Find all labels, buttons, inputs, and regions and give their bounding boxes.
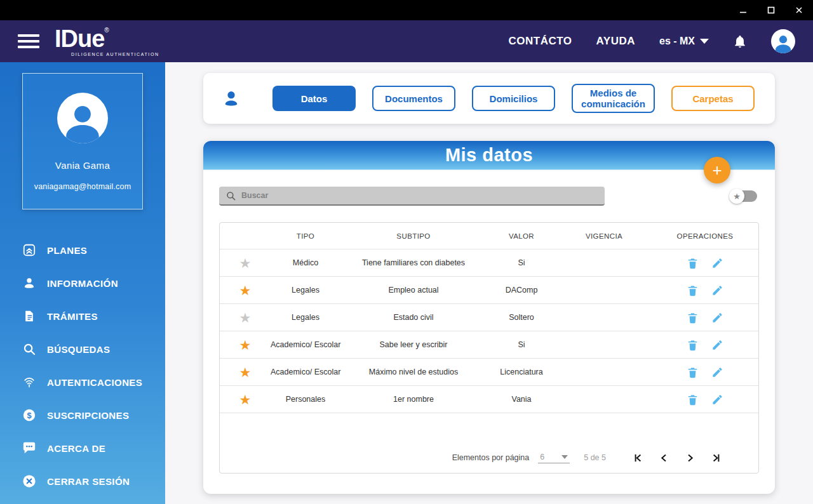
sidebar-menu: PLANES INFORMACIÓN TRÁMITES BÚSQUEDAS bbox=[0, 234, 165, 465]
favorite-star-icon[interactable] bbox=[239, 365, 252, 380]
profile-avatar bbox=[57, 93, 108, 143]
edit-icon[interactable] bbox=[711, 284, 723, 296]
favorites-filter-toggle[interactable]: ★ bbox=[732, 190, 757, 202]
delete-icon[interactable] bbox=[687, 366, 699, 378]
person-icon bbox=[22, 276, 37, 290]
tab-documentos[interactable]: Documentos bbox=[372, 86, 455, 111]
page-size-select[interactable]: 6 bbox=[538, 453, 570, 463]
cell-tipo: Personales bbox=[271, 395, 340, 404]
col-operaciones: OPERACIONES bbox=[652, 232, 758, 240]
dollar-icon: $ bbox=[22, 408, 37, 422]
table-header-row: TIPO SUBTIPO VALOR VIGENCIA OPERACIONES bbox=[220, 223, 758, 249]
add-button[interactable]: + bbox=[704, 157, 730, 183]
next-page-button[interactable] bbox=[685, 453, 695, 463]
cell-subtipo: Empleo actual bbox=[340, 286, 487, 295]
tab-datos[interactable]: Datos bbox=[272, 86, 356, 111]
cell-valor: Si bbox=[487, 340, 556, 349]
maximize-button[interactable] bbox=[757, 0, 785, 20]
sidebar-item-autenticaciones[interactable]: AUTENTICACIONES bbox=[0, 366, 165, 399]
cell-valor: Si bbox=[487, 258, 556, 267]
logout-icon bbox=[22, 474, 37, 488]
data-table: TIPO SUBTIPO VALOR VIGENCIA OPERACIONES … bbox=[219, 222, 759, 474]
minimize-button[interactable] bbox=[729, 0, 757, 20]
favorite-star-icon[interactable] bbox=[239, 283, 252, 298]
cell-tipo: Legales bbox=[271, 286, 340, 295]
search-bar[interactable] bbox=[219, 187, 605, 206]
document-icon bbox=[22, 309, 37, 323]
cell-subtipo: Tiene familiares con diabetes bbox=[340, 258, 487, 267]
notifications-bell-icon[interactable] bbox=[733, 34, 747, 49]
first-page-button[interactable] bbox=[633, 453, 643, 463]
cell-subtipo: Sabe leer y escribir bbox=[340, 340, 487, 349]
pagination-bar: Elementos por página 6 5 de 5 bbox=[220, 442, 758, 473]
tab-bar: Datos Documentos Domicilios Medios de co… bbox=[203, 73, 775, 124]
delete-icon[interactable] bbox=[687, 284, 699, 296]
page-title: Mis datos bbox=[445, 145, 533, 166]
tab-carpetas[interactable]: Carpetas bbox=[671, 86, 755, 111]
search-input[interactable] bbox=[241, 191, 598, 200]
delete-icon[interactable] bbox=[687, 312, 699, 324]
mis-datos-card: Mis datos + ★ TIPO SUBTIPO VALOR VIG bbox=[203, 141, 775, 494]
cell-subtipo: Estado civil bbox=[340, 313, 487, 322]
user-avatar-icon[interactable] bbox=[771, 29, 795, 53]
edit-icon[interactable] bbox=[711, 339, 723, 351]
cell-valor: Soltero bbox=[487, 313, 556, 322]
cell-subtipo: Máximo nivel de estudios bbox=[340, 368, 487, 376]
delete-icon[interactable] bbox=[687, 394, 699, 406]
app-logo: IDue ® DILIGENCE AUTHENTICATION bbox=[55, 27, 159, 56]
profile-name: Vania Gama bbox=[28, 160, 137, 171]
favorite-star-icon[interactable] bbox=[239, 338, 252, 352]
person-icon bbox=[221, 86, 241, 110]
edit-icon[interactable] bbox=[711, 312, 723, 324]
chat-icon bbox=[22, 441, 37, 455]
profile-card: Vania Gama vaniagamag@hotmail.com bbox=[22, 73, 143, 209]
favorite-star-icon[interactable] bbox=[239, 392, 252, 407]
table-row: Personales 1er nombre Vania bbox=[220, 385, 758, 413]
table-row: Legales Empleo actual DAComp bbox=[220, 276, 758, 303]
delete-icon[interactable] bbox=[687, 339, 699, 351]
hamburger-menu-icon[interactable] bbox=[18, 34, 39, 48]
cell-tipo: Academico/ Escolar bbox=[271, 340, 340, 349]
cell-tipo: Legales bbox=[271, 313, 340, 322]
cell-tipo: Médico bbox=[271, 258, 340, 267]
col-tipo: TIPO bbox=[271, 232, 340, 240]
sidebar-item-cerrar-sesion[interactable]: CERRAR SESIÓN bbox=[0, 465, 165, 498]
favorite-star-icon[interactable] bbox=[239, 310, 252, 325]
previous-page-button[interactable] bbox=[659, 453, 669, 463]
tab-medios-de-comunicacion[interactable]: Medios de comunicación bbox=[572, 84, 655, 113]
sidebar: Vania Gama vaniagamag@hotmail.com PLANES… bbox=[0, 62, 165, 504]
close-button[interactable] bbox=[785, 0, 813, 20]
last-page-button[interactable] bbox=[711, 453, 722, 463]
favorite-star-icon[interactable] bbox=[239, 256, 252, 270]
sidebar-item-busquedas[interactable]: BÚSQUEDAS bbox=[0, 333, 165, 366]
chevron-down-icon bbox=[700, 39, 709, 44]
search-icon bbox=[22, 342, 37, 356]
plans-icon bbox=[22, 243, 37, 257]
svg-text:$: $ bbox=[27, 411, 31, 420]
main-content: Datos Documentos Domicilios Medios de co… bbox=[165, 62, 813, 504]
delete-icon[interactable] bbox=[687, 257, 699, 269]
cell-valor: Licenciatura bbox=[487, 368, 556, 376]
tab-domicilios[interactable]: Domicilios bbox=[472, 86, 555, 111]
sidebar-item-planes[interactable]: PLANES bbox=[0, 234, 165, 267]
fingerprint-icon bbox=[22, 375, 37, 389]
language-value: es - MX bbox=[659, 36, 695, 47]
nav-contacto[interactable]: CONTÁCTO bbox=[509, 35, 572, 48]
profile-email: vaniagamag@hotmail.com bbox=[28, 182, 137, 191]
sidebar-item-tramites[interactable]: TRÁMITES bbox=[0, 300, 165, 333]
sidebar-item-informacion[interactable]: INFORMACIÓN bbox=[0, 267, 165, 300]
sidebar-item-acerca-de[interactable]: ACERCA DE bbox=[0, 432, 165, 465]
chevron-down-icon bbox=[561, 455, 568, 459]
logo-subtitle: DILIGENCE AUTHENTICATION bbox=[71, 52, 159, 56]
sidebar-item-suscripciones[interactable]: $ SUSCRIPCIONES bbox=[0, 399, 165, 432]
logo-title: IDue bbox=[55, 27, 104, 51]
nav-ayuda[interactable]: AYUDA bbox=[596, 35, 635, 48]
table-row: Médico Tiene familiares con diabetes Si bbox=[220, 249, 758, 276]
edit-icon[interactable] bbox=[711, 394, 723, 406]
edit-icon[interactable] bbox=[711, 257, 723, 269]
edit-icon[interactable] bbox=[711, 366, 723, 378]
language-selector[interactable]: es - MX bbox=[659, 36, 709, 47]
col-vigencia: VIGENCIA bbox=[556, 232, 652, 240]
search-icon bbox=[225, 190, 236, 201]
window-titlebar bbox=[0, 0, 813, 20]
